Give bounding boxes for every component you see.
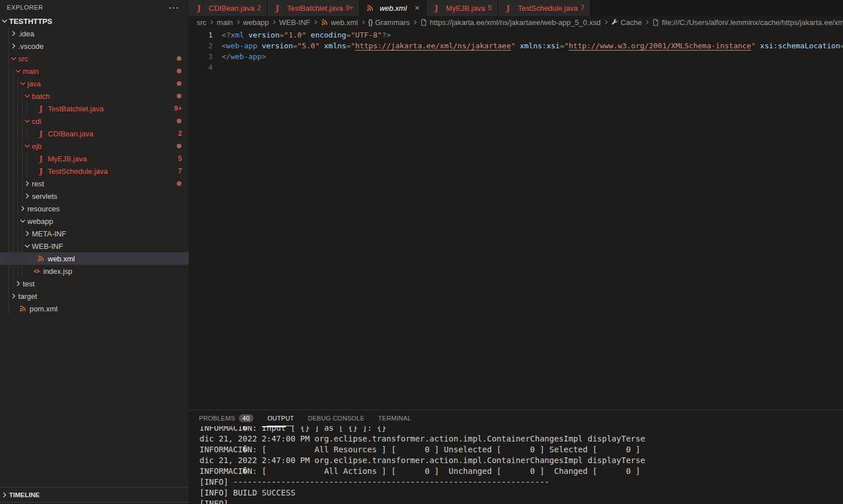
tree-item-label: index.jsp: [43, 267, 189, 276]
close-icon[interactable]: [414, 5, 420, 11]
tree-item-java[interactable]: java: [0, 77, 189, 90]
problems-count-badge: 7: [178, 167, 182, 175]
chevron-right-icon[interactable]: [23, 179, 32, 188]
tree-item-servlets[interactable]: servlets: [0, 190, 189, 202]
error-dot-badge: [177, 94, 181, 98]
tree-item-web-inf[interactable]: WEB-INF: [0, 240, 189, 252]
indent-guides: [5, 165, 27, 177]
code-line[interactable]: 4: [189, 62, 843, 73]
tree-item-target[interactable]: target: [0, 290, 189, 302]
tree-item-webapp[interactable]: webapp: [0, 215, 189, 227]
more-actions-icon[interactable]: ···: [169, 3, 180, 12]
chevron-right-icon[interactable]: [23, 191, 32, 201]
jsp-file-icon: <>: [32, 268, 41, 274]
chevron-down-icon[interactable]: [14, 66, 23, 76]
tree-item-cdibean.java[interactable]: JCDIBean.java2: [0, 127, 189, 140]
panel-tab-terminal[interactable]: TERMINAL: [378, 410, 411, 426]
chevron-down-icon[interactable]: [9, 54, 18, 63]
chevron-down-icon[interactable]: [23, 141, 32, 151]
indent-guides: [5, 215, 18, 227]
tree-item-meta-inf[interactable]: META-INF: [0, 227, 189, 240]
timeline-section-header[interactable]: TIMELINE: [0, 487, 189, 502]
project-section-header[interactable]: TESTHTTPS: [0, 15, 189, 27]
file-icon: [420, 18, 427, 27]
tab-cdibean.java[interactable]: JCDIBean.java2: [189, 0, 267, 16]
code-line[interactable]: 1<?xml version="1.0" encoding="UTF-8"?>: [189, 30, 843, 40]
breadcrumb-item[interactable]: https://jakarta.ee/xml/ns/jakartaee/web-…: [420, 18, 601, 27]
tree-item-web.xml[interactable]: web.xml: [0, 252, 189, 265]
code-token: xsi:schemaLocation: [760, 41, 840, 50]
link-text[interactable]: http://www.w3.org/2001/XMLSchema-instanc…: [569, 41, 751, 50]
tree-item-label: resources: [27, 205, 189, 213]
breadcrumb-item[interactable]: main: [217, 18, 232, 27]
code-editor[interactable]: 1<?xml version="1.0" encoding="UTF-8"?>2…: [189, 28, 843, 410]
chevron-right-icon[interactable]: [9, 29, 18, 38]
tree-item-testbatchlet.java[interactable]: JTestBatchlet.java9+: [0, 102, 189, 115]
code-text: </web-app>: [222, 51, 843, 62]
tree-item-.vscode[interactable]: .vscode: [0, 40, 189, 52]
breadcrumb-item[interactable]: webapp: [243, 18, 269, 27]
code-line[interactable]: 3</web-app>: [189, 51, 843, 62]
chevron-right-icon[interactable]: [23, 229, 32, 238]
tree-item-resources[interactable]: resources: [0, 202, 189, 215]
chevron-right-icon[interactable]: [9, 41, 18, 51]
breadcrumb-item[interactable]: {}Grammars: [368, 18, 410, 27]
java-file-icon: J: [273, 4, 282, 13]
chevron-down-icon[interactable]: [23, 241, 32, 251]
twisty-spacer: [27, 104, 36, 113]
breadcrumb-item[interactable]: file:///C:/Users/alfon/.lemminx/cache/ht…: [652, 18, 843, 27]
xml-icon: [321, 18, 329, 26]
panel-tab-output[interactable]: OUTPUT: [267, 410, 294, 426]
chevron-right-icon[interactable]: [18, 204, 27, 213]
tree-item-myejb.java[interactable]: JMyEJB.java5: [0, 152, 189, 165]
tree-item-src[interactable]: src: [0, 52, 189, 65]
tab-testschedule.java[interactable]: JTestSchedule.java7: [498, 0, 591, 16]
chevron-down-icon[interactable]: [18, 79, 27, 88]
tree-item-test[interactable]: test: [0, 277, 189, 290]
code-line[interactable]: 2<web-app version="5.0" xmlns="https://j…: [189, 40, 843, 51]
tree-item-testschedule.java[interactable]: JTestSchedule.java7: [0, 165, 189, 177]
code-token: [306, 31, 311, 39]
code-token: xmlns: [324, 41, 346, 50]
breadcrumb-item[interactable]: src: [197, 18, 206, 27]
tree-item-label: TestSchedule.java: [48, 167, 178, 176]
code-token: [244, 31, 248, 39]
code-token: ": [564, 41, 569, 50]
indent-guides: [5, 115, 23, 127]
tab-label: web.xml: [380, 4, 407, 13]
chevron-right-icon[interactable]: [9, 291, 18, 301]
tree-item-.idea[interactable]: .idea: [0, 27, 189, 40]
link-text[interactable]: https://jakarta.ee/xml/ns/jakartaee: [355, 41, 511, 50]
tree-item-ejb[interactable]: ejb: [0, 140, 189, 152]
chevron-down-icon[interactable]: [18, 216, 27, 226]
chevron-down-icon[interactable]: [23, 116, 32, 126]
tree-item-main[interactable]: main: [0, 65, 189, 77]
tree-item-label: main: [23, 67, 177, 76]
indent-guides: [5, 152, 27, 165]
file-tree: .idea.vscodesrcmainjavabatchJTestBatchle…: [0, 27, 189, 504]
chevron-down-icon[interactable]: [23, 91, 32, 101]
tree-item-pom.xml[interactable]: pom.xml: [0, 302, 189, 315]
output-line: [INFO] ---------------------------------…: [200, 477, 843, 488]
tree-item-index.jsp[interactable]: <>index.jsp: [0, 265, 189, 277]
panel-tab-debug-console[interactable]: DEBUG CONSOLE: [308, 410, 364, 426]
tab-web.xml[interactable]: web.xml: [360, 0, 426, 16]
output-console[interactable]: INFORMACI�N: Input [ {} ] as [ {} ]: {}d…: [189, 426, 843, 504]
breadcrumb-item[interactable]: WEB-INF: [279, 18, 310, 27]
breadcrumb-separator-icon: [643, 19, 650, 26]
code-token: =: [840, 41, 843, 50]
breadcrumb-item[interactable]: Cache: [611, 18, 642, 27]
xml-file-icon: [366, 4, 375, 12]
tree-item-cdi[interactable]: cdi: [0, 115, 189, 127]
output-text: [INFO]: [200, 499, 229, 504]
tab-myejb.java[interactable]: JMyEJB.java5: [426, 0, 498, 16]
panel-tab-problems[interactable]: PROBLEMS40: [199, 410, 254, 426]
code-token: =: [560, 41, 564, 50]
tree-item-batch[interactable]: batch: [0, 90, 189, 102]
indent-guides: [5, 90, 23, 102]
breadcrumb-separator-icon: [312, 19, 319, 26]
chevron-right-icon[interactable]: [14, 279, 23, 288]
breadcrumb-item[interactable]: web.xml: [321, 18, 358, 27]
tab-testbatchlet.java[interactable]: JTestBatchlet.java9+: [267, 0, 360, 16]
tree-item-rest[interactable]: rest: [0, 177, 189, 190]
